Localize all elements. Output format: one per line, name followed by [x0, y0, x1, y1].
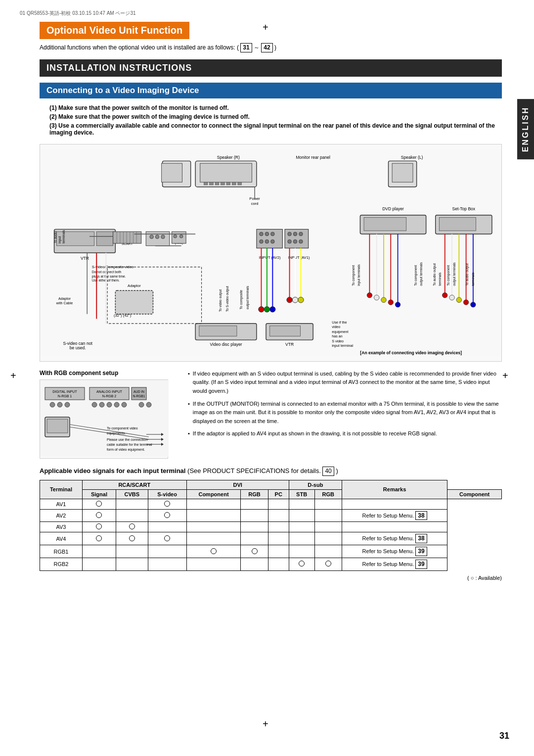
svg-rect-101 — [364, 217, 406, 231]
svg-text:VTR: VTR — [285, 342, 294, 347]
svg-point-60 — [288, 232, 292, 236]
sub-pc: PC — [268, 489, 289, 499]
cell-dsub-component — [314, 522, 342, 532]
connection-diagram: Speaker (R) Monitor rear panel Speaker (… — [40, 144, 502, 362]
sub-rgb: RGB — [241, 489, 268, 499]
rgb-diagram-svg: DIGITAL INPUT N-RGB 1 ANALOG INPUT N-RGB… — [40, 380, 169, 457]
table-row: AV4Refer to Setup Menu. 38 — [40, 532, 502, 545]
cell-remarks — [342, 499, 447, 509]
cell-s-video — [116, 532, 148, 545]
svg-point-42 — [150, 235, 154, 239]
cell-cvbs — [82, 558, 116, 570]
svg-point-55 — [271, 232, 275, 236]
svg-rect-59 — [285, 229, 309, 248]
svg-text:video: video — [332, 325, 340, 329]
cell-cvbs — [82, 499, 116, 509]
svg-text:AUD IN: AUD IN — [134, 390, 144, 393]
svg-point-162 — [99, 402, 104, 407]
cell-remarks: Refer to Setup Menu. 38 — [342, 532, 447, 545]
cell-component — [148, 499, 186, 509]
svg-text:Use if the: Use if the — [332, 321, 347, 325]
svg-rect-152 — [89, 387, 129, 400]
instruction-1: (1) Make sure that the power switch of t… — [49, 104, 502, 111]
crosshair-top-center — [262, 25, 272, 35]
remarks-box-num: 39 — [415, 547, 427, 556]
col-remarks: Remarks — [342, 480, 447, 499]
cell-dsub-rgb — [289, 545, 314, 558]
connecting-title: Connecting to a Video Imaging Device — [40, 83, 502, 98]
svg-point-73 — [264, 306, 269, 312]
cell-dvi-pc — [241, 522, 268, 532]
cell-dvi-stb — [268, 532, 289, 545]
rgb-text-block: If video equipment with an S video outpu… — [188, 370, 502, 442]
svg-text:To component video: To component video — [107, 426, 138, 430]
diagram-svg: Speaker (R) Monitor rear panel Speaker (… — [40, 144, 501, 361]
svg-point-113 — [381, 297, 386, 302]
sub-component2: Component — [447, 489, 502, 499]
applicable-title-suffix: (See PRODUCT SPECIFICATIONS for details. — [187, 467, 321, 474]
svg-point-123 — [456, 297, 461, 302]
sub-stb: STB — [289, 489, 314, 499]
svg-text:To S-video output: To S-video output — [225, 286, 229, 312]
sub-rgb2: RGB — [314, 489, 342, 499]
svg-point-43 — [155, 235, 159, 239]
svg-text:S video: S video — [332, 339, 344, 343]
svg-point-124 — [463, 300, 468, 305]
svg-point-163 — [107, 402, 112, 407]
remarks-box-num: 38 — [415, 534, 427, 543]
installation-title: INSTALLATION INSTRUCTIONS — [40, 59, 502, 77]
main-content: Optional Video Unit Function Additional … — [15, 22, 519, 581]
crosshair-middle-right — [502, 373, 512, 383]
svg-point-114 — [388, 300, 393, 305]
svg-text:DIGITAL INPUT: DIGITAL INPUT — [52, 390, 77, 393]
cell-s-video — [116, 522, 148, 532]
svg-point-76 — [292, 297, 298, 302]
svg-text:N-RGB 2: N-RGB 2 — [102, 394, 117, 398]
cell-s-video — [116, 545, 148, 558]
available-mark — [164, 535, 170, 541]
cell-component — [148, 522, 186, 532]
instructions-list: (1) Make sure that the power switch of t… — [40, 104, 502, 136]
svg-text:S-video can not: S-video can not — [63, 340, 92, 345]
cell-dvi-rgb — [186, 545, 241, 558]
svg-rect-149 — [45, 387, 85, 400]
remarks-text: Refer to Setup Menu. — [362, 548, 416, 554]
cell-dsub-rgb — [289, 509, 314, 522]
available-mark — [325, 561, 331, 567]
applicable-box-num: 40 — [322, 467, 334, 476]
cell-cvbs — [82, 509, 116, 522]
col-terminal: Terminal — [40, 480, 83, 499]
english-side-tab: ENGLISH — [517, 99, 534, 159]
svg-text:Video disc player: Video disc player — [210, 342, 242, 347]
rgb-section-title: With RGB component setup — [40, 370, 178, 377]
svg-text:output terminals: output terminals — [246, 285, 250, 309]
cell-terminal: AV4 — [40, 532, 83, 545]
svg-point-56 — [260, 239, 264, 243]
svg-point-74 — [270, 306, 275, 312]
svg-point-158 — [50, 402, 55, 407]
cell-dvi-pc — [241, 545, 268, 558]
table-row: RGB1Refer to Setup Menu. 39 — [40, 545, 502, 558]
available-mark — [129, 523, 135, 529]
svg-text:Speaker (R): Speaker (R) — [217, 154, 240, 159]
svg-text:equipment: equipment — [332, 330, 348, 334]
svg-text:with Cable: with Cable — [56, 301, 73, 305]
svg-point-61 — [293, 232, 297, 236]
cell-dvi-pc — [241, 532, 268, 545]
applicable-title-prefix: Applicable video signals for each input … — [40, 467, 185, 474]
cell-terminal: RGB2 — [40, 558, 83, 570]
svg-text:input terminal: input terminal — [332, 344, 353, 348]
available-mark — [96, 523, 102, 529]
svg-text:To audio: To audio — [53, 231, 57, 243]
svg-text:output terminals: output terminals — [452, 262, 456, 285]
applicable-close-paren: ) — [336, 467, 338, 474]
bullet-2: If the OUTPUT (MONITOR) terminal is conn… — [188, 400, 502, 426]
available-mark — [252, 548, 258, 554]
cell-cvbs — [82, 532, 116, 545]
available-mark — [96, 512, 102, 518]
svg-rect-17 — [162, 163, 182, 182]
svg-point-167 — [146, 402, 151, 407]
cell-dvi-stb — [268, 522, 289, 532]
box-num-31: 31 — [240, 43, 252, 52]
sub-s-video: S-video — [148, 489, 186, 499]
